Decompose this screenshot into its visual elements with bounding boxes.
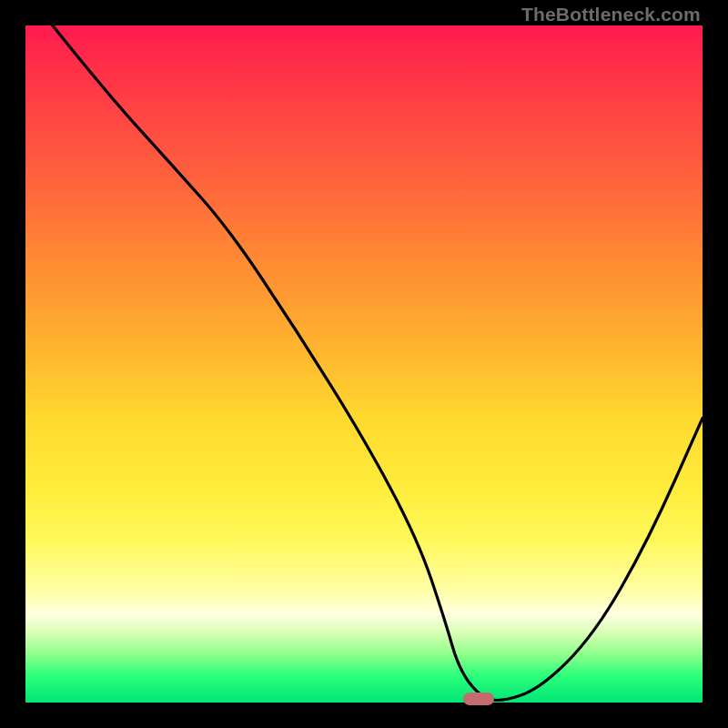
optimal-point-marker — [463, 693, 494, 705]
bottleneck-curve — [25, 25, 703, 703]
chart-container: TheBottleneck.com — [0, 0, 728, 728]
watermark-text: TheBottleneck.com — [521, 4, 701, 25]
